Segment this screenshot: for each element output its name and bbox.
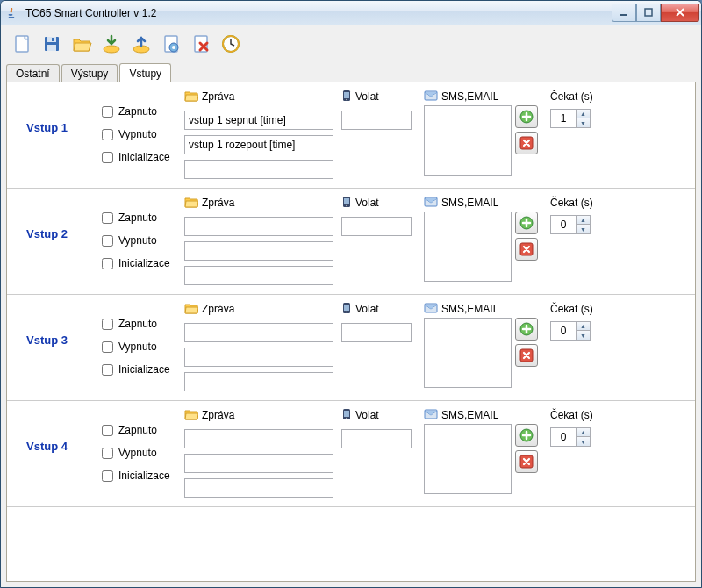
call-input[interactable] [341,429,412,448]
mail-icon [424,409,438,422]
inicializace-checkbox[interactable] [102,258,113,269]
message-3-input[interactable] [184,372,333,391]
call-input[interactable] [341,217,412,236]
folder-icon [184,196,198,211]
tab-ostatni[interactable]: Ostatní [6,64,60,82]
wait-spinner[interactable]: 0 ▲ ▼ [550,215,591,234]
wait-column: Čekat (s) 1 ▲ ▼ [550,90,629,128]
close-button[interactable] [661,4,699,22]
message-2-input[interactable] [184,454,333,473]
inicializace-label: Inicializace [118,470,170,482]
input-block: Vstup 1 Zapnuto Vypnuto Inicializace Zpr… [7,82,695,189]
new-button[interactable] [8,30,36,58]
add-recipient-button[interactable] [515,212,538,234]
message-3-input[interactable] [184,266,333,285]
wait-spinner[interactable]: 1 ▲ ▼ [550,109,591,128]
zapnuto-checkbox[interactable] [102,106,113,118]
inicializace-checkbox[interactable] [102,470,113,482]
message-1-input[interactable] [184,323,333,342]
spinner-up[interactable]: ▲ [577,428,590,437]
svg-rect-34 [344,411,349,417]
wait-value: 0 [551,431,576,443]
maximize-button[interactable] [636,4,661,22]
vypnuto-label: Vypnuto [118,341,157,353]
volat-label: Volat [355,303,379,315]
spinner-down[interactable]: ▼ [577,331,590,340]
wait-value: 1 [551,112,576,125]
svg-point-29 [346,311,347,312]
zapnuto-label: Zapnuto [118,424,157,436]
upload-button[interactable] [127,30,155,58]
inicializace-checkbox[interactable] [102,364,113,376]
message-2-input[interactable] [184,241,333,261]
remove-recipient-button[interactable] [515,132,538,154]
tab-vstupy[interactable]: Vstupy [119,63,171,82]
spinner-down[interactable]: ▼ [577,225,590,233]
vypnuto-checkbox[interactable] [102,448,113,459]
remove-recipient-button[interactable] [515,450,538,473]
cekat-label: Čekat (s) [550,303,593,315]
inicializace-label: Inicializace [118,257,170,269]
sms-email-list[interactable] [424,424,512,494]
input-title: Vstup 1 [11,90,98,134]
settings-document-button[interactable] [157,30,185,58]
sms-email-list[interactable] [424,212,512,282]
call-input[interactable] [341,111,412,130]
inicializace-label: Inicializace [118,363,170,376]
sms-column: SMS,EMAIL [424,196,547,282]
window-title: TC65 Smart Controller v 1.2 [25,7,612,19]
sms-email-list[interactable] [424,105,512,176]
zprava-label: Zpráva [202,409,234,421]
call-input[interactable] [341,323,412,342]
message-column: Zpráva [184,196,338,285]
message-2-input[interactable] [184,135,333,154]
wait-column: Čekat (s) 0 ▲ ▼ [550,196,629,234]
clock-button[interactable] [217,30,245,58]
vypnuto-checkbox[interactable] [102,341,113,353]
spinner-up[interactable]: ▲ [577,322,590,331]
svg-rect-16 [344,92,349,98]
wait-spinner[interactable]: 0 ▲ ▼ [550,321,591,341]
volat-label: Volat [355,409,379,421]
mail-icon [424,303,438,316]
add-recipient-button[interactable] [515,318,538,341]
add-recipient-button[interactable] [515,424,538,447]
sms-email-list[interactable] [424,318,512,388]
svg-point-35 [346,417,347,419]
spinner-down[interactable]: ▼ [577,437,590,446]
vypnuto-label: Vypnuto [118,128,157,140]
zapnuto-checkbox[interactable] [102,319,113,330]
remove-recipient-button[interactable] [515,238,538,261]
message-1-input[interactable] [184,429,333,448]
spinner-up[interactable]: ▲ [577,216,590,225]
remove-recipient-button[interactable] [515,344,538,367]
spinner-down[interactable]: ▼ [577,118,590,127]
save-button[interactable] [38,30,66,58]
folder-icon [184,302,198,317]
client-area: Ostatní Výstupy Vstupy Vstup 1 Zapnuto V… [1,25,701,587]
minimize-button[interactable] [612,4,636,22]
zapnuto-checkbox[interactable] [102,425,113,436]
inicializace-checkbox[interactable] [102,152,113,163]
call-column: Volat [341,302,420,342]
zapnuto-checkbox[interactable] [102,212,113,224]
checkbox-column: Zapnuto Vypnuto Inicializace [102,302,181,376]
vypnuto-checkbox[interactable] [102,235,113,247]
folder-icon [184,408,198,423]
message-1-input[interactable] [184,217,333,236]
add-recipient-button[interactable] [515,105,538,128]
delete-document-button[interactable] [187,30,215,58]
vypnuto-checkbox[interactable] [102,129,113,140]
download-button[interactable] [97,30,125,58]
wait-spinner[interactable]: 0 ▲ ▼ [550,427,591,447]
message-3-input[interactable] [184,160,333,179]
svg-point-11 [172,46,176,49]
message-2-input[interactable] [184,348,333,367]
spinner-up[interactable]: ▲ [577,110,590,118]
tab-vystupy[interactable]: Výstupy [61,64,118,82]
input-title: Vstup 4 [11,408,98,453]
open-button[interactable] [68,30,96,58]
message-1-input[interactable] [184,111,333,130]
message-3-input[interactable] [184,478,333,498]
phone-icon [341,90,352,104]
